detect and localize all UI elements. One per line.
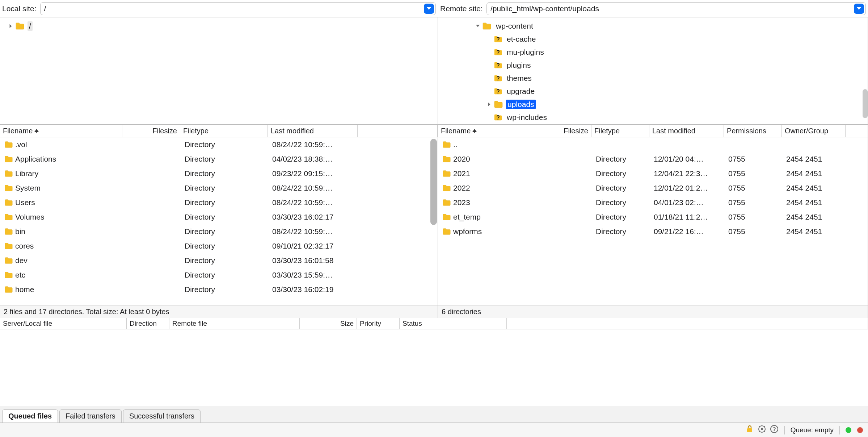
queue-header: Server/Local file Direction Remote file …	[0, 318, 868, 329]
remote-col-owner[interactable]: Owner/Group	[782, 125, 846, 137]
remote-file-list[interactable]: ..2020Directory12/01/20 04:…07552454 245…	[438, 137, 868, 305]
file-type: Directory	[593, 227, 651, 236]
table-row[interactable]: .volDirectory08/24/22 10:59:…	[0, 137, 438, 152]
spacer[interactable]	[486, 36, 493, 43]
queue-col-remote[interactable]: Remote file	[169, 318, 300, 329]
local-tree-root[interactable]: /	[0, 20, 438, 33]
table-row[interactable]: 2023Directory04/01/23 02:…07552454 2451	[438, 195, 868, 210]
table-row[interactable]: SystemDirectory08/24/22 10:59:…	[0, 181, 438, 195]
file-type: Directory	[593, 184, 651, 192]
remote-tree-item[interactable]: upgrade	[438, 85, 868, 98]
remote-tree-root[interactable]: wp-content	[438, 20, 868, 33]
file-name: wpforms	[453, 227, 482, 236]
queue-body[interactable]	[0, 329, 868, 406]
table-row[interactable]: VolumesDirectory03/30/23 16:02:17	[0, 210, 438, 224]
table-row[interactable]: et_tempDirectory01/18/21 11:2…07552454 2…	[438, 210, 868, 224]
spacer[interactable]	[486, 88, 493, 95]
chevron-down-icon[interactable]	[474, 22, 481, 30]
table-row[interactable]: 2022Directory12/01/22 01:2…07552454 2451	[438, 181, 868, 195]
file-name: home	[15, 285, 34, 294]
local-path-dropdown-icon[interactable]	[424, 4, 434, 14]
queue-col-direction[interactable]: Direction	[127, 318, 169, 329]
remote-site-label: Remote site:	[440, 4, 483, 13]
file-modified: 04/02/23 18:38:…	[269, 155, 359, 163]
chevron-right-icon[interactable]	[7, 22, 14, 30]
remote-col-permissions[interactable]: Permissions	[724, 125, 782, 137]
scrollbar-thumb[interactable]	[430, 139, 437, 225]
folder-icon	[4, 213, 13, 221]
table-row[interactable]: 2021Directory12/04/21 22:3…07552454 2451	[438, 166, 868, 181]
remote-tree-item[interactable]: et-cache	[438, 33, 868, 46]
remote-tree-item[interactable]: themes	[438, 72, 868, 85]
folder-icon	[482, 22, 492, 30]
table-row[interactable]: homeDirectory03/30/23 16:02:19	[0, 282, 438, 297]
remote-path-value: /public_html/wp-content/uploads	[490, 4, 854, 13]
queue-col-file[interactable]: Server/Local file	[0, 318, 127, 329]
remote-tree-item-label: mu-plugins	[505, 47, 545, 57]
local-col-filename[interactable]: Filename	[0, 125, 122, 137]
table-row[interactable]: etcDirectory03/30/23 15:59:…	[0, 268, 438, 282]
remote-tree-item[interactable]: mu-plugins	[438, 46, 868, 59]
file-modified: 08/24/22 10:59:…	[269, 184, 359, 192]
file-modified: 09/21/22 16:…	[651, 227, 725, 236]
folder-unknown-icon	[494, 61, 502, 70]
queue-col-status[interactable]: Status	[400, 318, 507, 329]
file-name: 2021	[453, 169, 470, 178]
folder-icon	[4, 286, 13, 294]
table-row[interactable]: wpformsDirectory09/21/22 16:…07552454 24…	[438, 224, 868, 239]
file-modified: 03/30/23 16:02:19	[269, 285, 359, 294]
table-row[interactable]: coresDirectory09/10/21 02:32:17	[0, 239, 438, 253]
table-row[interactable]: UsersDirectory08/24/22 10:59:…	[0, 195, 438, 210]
tab-queued-files[interactable]: Queued files	[2, 409, 58, 423]
tab-failed-transfers[interactable]: Failed transfers	[59, 409, 122, 423]
table-row[interactable]: ..	[438, 137, 868, 152]
local-status: 2 files and 17 directories. Total size: …	[0, 305, 438, 318]
spacer[interactable]	[486, 49, 493, 56]
folder-icon	[15, 22, 25, 30]
remote-path-dropdown-icon[interactable]	[854, 4, 864, 14]
remote-tree-item[interactable]: uploads	[438, 98, 868, 111]
remote-tree[interactable]: wp-content et-cachemu-pluginspluginsthem…	[438, 17, 868, 125]
folder-icon	[442, 228, 451, 236]
remote-tree-item[interactable]: plugins	[438, 59, 868, 72]
file-modified: 08/24/22 10:59:…	[269, 227, 359, 236]
spacer[interactable]	[486, 114, 493, 121]
remote-col-filesize[interactable]: Filesize	[545, 125, 591, 137]
folder-icon	[4, 170, 13, 178]
scrollbar-thumb[interactable]	[863, 89, 868, 118]
file-type: Directory	[593, 213, 651, 221]
local-path-combo[interactable]: /	[40, 2, 436, 15]
help-icon[interactable]	[770, 425, 779, 435]
tab-successful-transfers[interactable]: Successful transfers	[123, 409, 201, 423]
file-owner: 2454 2451	[783, 155, 847, 163]
local-tree[interactable]: /	[0, 17, 438, 125]
gear-icon[interactable]	[758, 425, 766, 435]
file-owner: 2454 2451	[783, 184, 847, 192]
sort-asc-icon	[472, 127, 477, 135]
table-row[interactable]: ApplicationsDirectory04/02/23 18:38:…	[0, 152, 438, 166]
chevron-right-icon[interactable]	[486, 101, 493, 108]
folder-unknown-icon	[494, 48, 502, 57]
local-col-filesize[interactable]: Filesize	[122, 125, 180, 137]
queue-col-size[interactable]: Size	[300, 318, 357, 329]
remote-path-combo[interactable]: /public_html/wp-content/uploads	[486, 2, 866, 15]
local-col-filetype[interactable]: Filetype	[180, 125, 268, 137]
table-row[interactable]: LibraryDirectory09/23/22 09:15:…	[0, 166, 438, 181]
queue-col-priority[interactable]: Priority	[357, 318, 400, 329]
local-col-modified[interactable]: Last modified	[268, 125, 358, 137]
lock-icon[interactable]	[745, 425, 754, 435]
remote-pathbar: Remote site: /public_html/wp-content/upl…	[438, 0, 868, 17]
table-row[interactable]: devDirectory03/30/23 16:01:58	[0, 253, 438, 268]
spacer[interactable]	[486, 75, 493, 82]
spacer[interactable]	[486, 62, 493, 69]
remote-tree-item-label: wp-includes	[505, 113, 548, 122]
file-type: Directory	[182, 213, 269, 221]
local-file-list[interactable]: .volDirectory08/24/22 10:59:…Application…	[0, 137, 438, 305]
table-row[interactable]: binDirectory08/24/22 10:59:…	[0, 224, 438, 239]
table-row[interactable]: 2020Directory12/01/20 04:…07552454 2451	[438, 152, 868, 166]
remote-tree-item[interactable]: wp-includes	[438, 111, 868, 124]
remote-col-filename[interactable]: Filename	[438, 125, 545, 137]
local-pathbar: Local site: /	[0, 0, 438, 17]
remote-col-modified[interactable]: Last modified	[649, 125, 724, 137]
remote-col-filetype[interactable]: Filetype	[591, 125, 649, 137]
